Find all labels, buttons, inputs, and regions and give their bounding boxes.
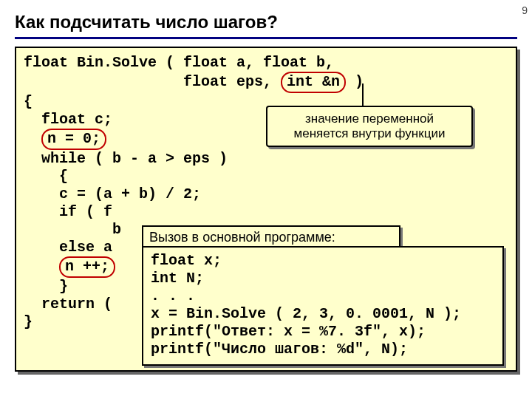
code-l9: if ( f xyxy=(24,203,112,220)
code-l3: { xyxy=(24,93,33,110)
highlight-n-0: n = 0; xyxy=(41,129,106,150)
page-number: 9 xyxy=(522,4,528,16)
code-l2c: ) xyxy=(346,73,364,90)
connector-line-1 xyxy=(362,83,364,107)
callout2-l1: float x; xyxy=(151,252,222,269)
callout1-line1: значение переменной xyxy=(275,112,464,126)
content-area: float Bin.Solve ( float a, float b, floa… xyxy=(15,47,517,379)
code-l10: b xyxy=(24,221,121,238)
code-l1: float Bin.Solve ( float a, float b, xyxy=(24,54,334,71)
code-l4: float c; xyxy=(24,111,112,128)
callout-variable-meaning: значение переменной меняется внутри функ… xyxy=(266,106,473,147)
code-l7: { xyxy=(24,168,68,185)
code-l5a xyxy=(24,130,41,147)
callout2-l4: x = Bin.Solve ( 2, 3, 0. 0001, N ); xyxy=(151,305,461,322)
code-l8: c = (a + b) / 2; xyxy=(24,185,201,202)
code-l15: } xyxy=(24,313,33,330)
code-l11: else a xyxy=(24,239,112,256)
code-l2a: float eps, xyxy=(24,73,281,90)
highlight-int-n: int &n xyxy=(281,72,346,93)
callout2-l5: printf("Ответ: x = %7. 3f", x); xyxy=(151,323,426,340)
title-underline xyxy=(15,37,517,39)
code-l14: return ( xyxy=(24,296,112,313)
callout2-l6: printf("Число шагов: %d", N); xyxy=(151,341,408,358)
code-l6: while ( b - a > eps ) xyxy=(24,150,228,167)
callout1-line2: меняется внутри функции xyxy=(275,126,464,141)
highlight-n-pp: n ++; xyxy=(59,256,115,278)
code-l12a xyxy=(24,258,59,275)
code-l13: } xyxy=(24,278,68,295)
callout2-l3: . . . xyxy=(151,287,195,304)
callout2-l2: int N; xyxy=(151,270,204,287)
callout2-header: Вызов в основной программе: xyxy=(142,225,400,248)
slide-title: Как подсчитать число шагов? xyxy=(0,0,532,37)
callout2-code: float x; int N; . . . x = Bin.Solve ( 2,… xyxy=(142,246,504,366)
